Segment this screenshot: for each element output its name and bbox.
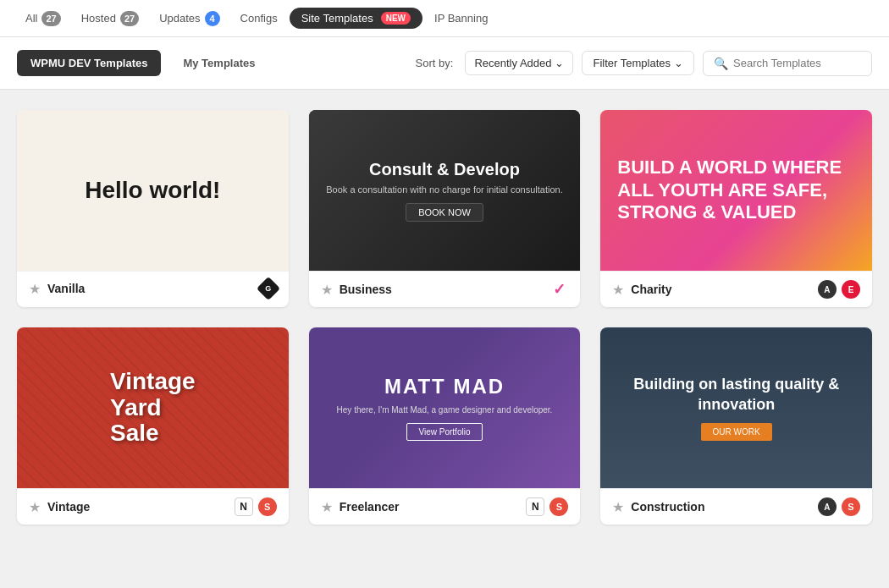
search-box[interactable]: 🔍 — [703, 51, 872, 76]
template-card-vanilla: Hello world! ★ Vanilla G — [17, 110, 289, 307]
preview-freelancer-subtitle: Hey there, I'm Matt Mad, a game designer… — [337, 405, 553, 415]
avada-icon: A — [818, 280, 837, 299]
nav-label-updates: Updates — [159, 12, 200, 25]
stackable-icon-freelancer: S — [549, 497, 568, 516]
nav-item-ip-banning[interactable]: IP Banning — [426, 7, 496, 30]
filter-templates-button[interactable]: Filter Templates ⌄ — [582, 51, 694, 75]
search-icon: 🔍 — [714, 57, 728, 70]
card-preview-freelancer[interactable]: MATT MAD Hey there, I'm Matt Mad, a game… — [309, 327, 581, 488]
plugin-icons-business: ✓ — [549, 280, 568, 299]
nav-badge-all: 27 — [41, 11, 60, 26]
template-name-freelancer: Freelancer — [340, 500, 527, 514]
plugin-icons-construction: A S — [818, 497, 860, 516]
preview-charity-text: BUILD A WORLD WHERE ALL YOUTH ARE SAFE, … — [617, 157, 855, 223]
stackable-icon-construction: S — [842, 497, 860, 516]
gutenberg-icon: G — [257, 277, 280, 300]
card-preview-vintage[interactable]: VintageYardSale — [17, 327, 289, 488]
sort-dropdown[interactable]: Recently Added ⌄ — [465, 51, 573, 75]
elementor-icon: E — [842, 280, 860, 299]
preview-freelancer-cta: View Portfolio — [406, 423, 483, 441]
preview-business-title: Consult & Develop — [326, 160, 562, 179]
nav-item-all[interactable]: All 27 — [17, 6, 69, 31]
favorite-icon-charity[interactable]: ★ — [612, 282, 624, 298]
top-nav: All 27 Hosted 27 Updates 4 Configs Site … — [0, 0, 889, 37]
nav-label-configs: Configs — [240, 12, 278, 25]
nav-badge-hosted: 27 — [120, 11, 139, 26]
preview-freelancer-bg: MATT MAD Hey there, I'm Matt Mad, a game… — [309, 327, 581, 488]
favorite-icon-freelancer[interactable]: ★ — [321, 499, 333, 515]
card-footer-vintage: ★ Vintage N S — [17, 488, 289, 525]
favorite-icon-construction[interactable]: ★ — [612, 499, 624, 515]
template-card-business: Consult & Develop Book a consultation wi… — [309, 110, 581, 307]
plugin-icons-freelancer: N S — [526, 497, 568, 516]
chevron-down-icon-filter: ⌄ — [674, 57, 683, 69]
nav-item-hosted[interactable]: Hosted 27 — [73, 6, 147, 31]
template-name-construction: Construction — [631, 500, 818, 514]
template-name-business: Business — [340, 283, 550, 296]
card-footer-vanilla: ★ Vanilla G — [17, 271, 289, 305]
preview-vintage-bg: VintageYardSale — [17, 327, 289, 488]
preview-construction-bg: Building on lasting quality & innovation… — [600, 327, 872, 488]
avada-icon-construction: A — [818, 497, 837, 516]
preview-vanilla-text: Hello world! — [85, 177, 220, 204]
card-preview-charity[interactable]: BUILD A WORLD WHERE ALL YOUTH ARE SAFE, … — [600, 110, 872, 271]
template-grid: Hello world! ★ Vanilla G Consult & Devel… — [0, 90, 889, 545]
plugin-icons-charity: A E — [818, 280, 860, 299]
card-preview-business[interactable]: Consult & Develop Book a consultation wi… — [309, 110, 581, 271]
nav-badge-new-site-templates: NEW — [381, 12, 411, 25]
preview-vintage-text: VintageYardSale — [110, 369, 196, 447]
nav-label-ip-banning: IP Banning — [434, 12, 488, 25]
chevron-down-icon: ⌄ — [555, 57, 564, 69]
template-card-charity: BUILD A WORLD WHERE ALL YOUTH ARE SAFE, … — [600, 110, 872, 307]
sort-value: Recently Added — [474, 57, 551, 69]
template-card-construction: Building on lasting quality & innovation… — [600, 327, 872, 525]
nav-label-site-templates: Site Templates — [301, 12, 373, 25]
favorite-icon-vanilla[interactable]: ★ — [29, 281, 41, 297]
template-name-vanilla: Vanilla — [47, 282, 260, 295]
notion-icon-freelancer: N — [526, 497, 544, 516]
preview-construction-content: Building on lasting quality & innovation… — [617, 375, 855, 441]
template-card-vintage: VintageYardSale ★ Vintage N S — [17, 327, 289, 525]
template-name-vintage: Vintage — [47, 500, 235, 514]
filter-label: Filter Templates — [593, 57, 671, 69]
search-input[interactable] — [733, 57, 861, 69]
nav-item-site-templates[interactable]: Site Templates NEW — [290, 8, 422, 29]
nav-badge-updates: 4 — [205, 11, 220, 26]
preview-business-subtitle: Book a consultation with no charge for i… — [326, 184, 562, 195]
preview-business-bg: Consult & Develop Book a consultation wi… — [309, 110, 581, 271]
card-footer-charity: ★ Charity A E — [600, 271, 872, 307]
template-card-freelancer: MATT MAD Hey there, I'm Matt Mad, a game… — [309, 327, 581, 525]
card-footer-business: ★ Business ✓ — [309, 271, 581, 307]
preview-vanilla-bg: Hello world! — [17, 110, 289, 271]
card-footer-construction: ★ Construction A S — [600, 488, 872, 525]
card-preview-vanilla[interactable]: Hello world! — [17, 110, 289, 271]
preview-vintage-content: VintageYardSale — [97, 355, 209, 460]
hummingbird-icon: ✓ — [549, 280, 568, 299]
template-name-charity: Charity — [631, 283, 818, 296]
plugin-icons-vintage: N S — [235, 497, 277, 516]
preview-business-content: Consult & Develop Book a consultation wi… — [326, 160, 562, 222]
preview-construction-text: Building on lasting quality & innovation — [617, 375, 855, 415]
favorite-icon-business[interactable]: ★ — [321, 282, 333, 298]
tab-my-templates[interactable]: My Templates — [169, 50, 268, 76]
sort-label: Sort by: — [416, 57, 454, 69]
notion-icon-vintage: N — [235, 497, 253, 516]
preview-freelancer-content: MATT MAD Hey there, I'm Matt Mad, a game… — [337, 375, 553, 441]
favorite-icon-vintage[interactable]: ★ — [29, 499, 41, 515]
card-preview-construction[interactable]: Building on lasting quality & innovation… — [600, 327, 872, 488]
preview-construction-cta: OUR WORK — [701, 423, 772, 441]
stackable-icon-vintage: S — [258, 497, 277, 516]
tab-wpmudev-templates[interactable]: WPMU DEV Templates — [17, 50, 161, 76]
preview-business-cta: BOOK NOW — [406, 203, 483, 222]
preview-freelancer-title: MATT MAD — [337, 375, 553, 398]
card-footer-freelancer: ★ Freelancer N S — [309, 488, 581, 525]
nav-item-configs[interactable]: Configs — [232, 7, 286, 30]
preview-charity-bg: BUILD A WORLD WHERE ALL YOUTH ARE SAFE, … — [600, 110, 872, 271]
nav-label-hosted: Hosted — [81, 12, 116, 25]
nav-item-updates[interactable]: Updates 4 — [151, 6, 228, 31]
nav-label-all: All — [25, 12, 37, 25]
plugin-icons-vanilla: G — [260, 280, 277, 297]
toolbar: WPMU DEV Templates My Templates Sort by:… — [0, 37, 889, 90]
